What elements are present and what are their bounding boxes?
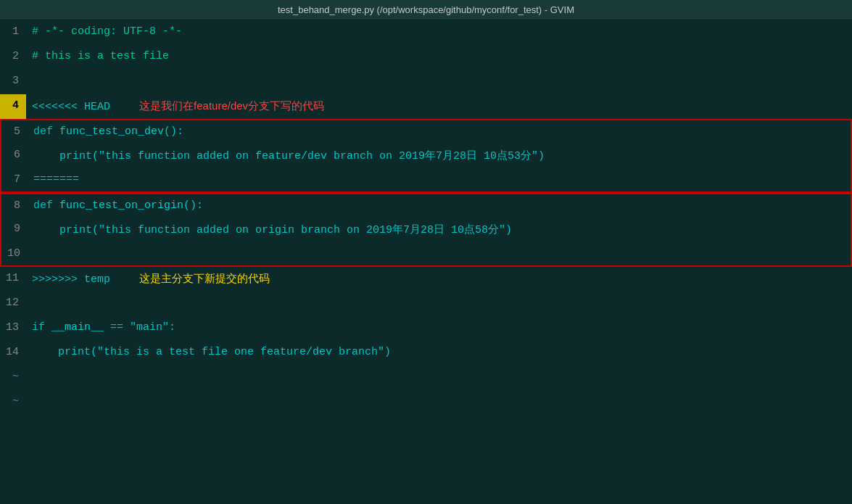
line-number: 8: [1, 194, 28, 218]
line-number: 3: [0, 70, 26, 94]
code-line: 14 print("this is a test file one featur…: [0, 341, 852, 365]
line-number: 12: [0, 292, 26, 316]
code-line: 6 print("this function added on feature/…: [0, 144, 852, 168]
title-text: test_behand_merge.py (/opt/workspace/git…: [278, 4, 574, 15]
code-line: 11>>>>>>> temp这是主分支下新提交的代码: [0, 267, 852, 292]
title-bar: test_behand_merge.py (/opt/workspace/git…: [0, 0, 852, 20]
line-number: 9: [1, 218, 28, 242]
code-line: 3: [0, 70, 852, 94]
code-line: 8def func_test_on_origin():: [0, 193, 852, 218]
line-number: 5: [1, 120, 28, 144]
code-line: 12: [0, 292, 852, 316]
line-number: 10: [1, 242, 28, 265]
line-content: =======: [28, 168, 851, 191]
line-content: <<<<<<< HEAD这是我们在feature/dev分支下写的代码: [26, 94, 852, 119]
code-line: 10: [0, 242, 852, 267]
code-line: 13if __main__ == "main":: [0, 316, 852, 341]
code-line: 4<<<<<<< HEAD这是我们在feature/dev分支下写的代码: [0, 94, 852, 119]
line-content: def func_test_on_origin():: [28, 194, 851, 218]
line-content: # this is a test file: [26, 45, 852, 70]
editor-area: 1# -*- coding: UTF-8 -*-2# this is a tes…: [0, 20, 852, 415]
code-line: 5def func_test_on_dev():: [0, 119, 852, 144]
code-line: 9 print("this function added on origin b…: [0, 218, 852, 242]
line-content: if __main__ == "main":: [26, 316, 852, 341]
line-number: 14: [0, 341, 26, 365]
line-number: 6: [1, 144, 28, 168]
line-content: print("this is a test file one feature/d…: [26, 341, 852, 365]
line-content: >>>>>>> temp这是主分支下新提交的代码: [26, 267, 852, 292]
line-number: 2: [0, 45, 26, 70]
code-line: 2# this is a test file: [0, 45, 852, 70]
line-number: 11: [0, 267, 26, 292]
code-line: 7=======: [0, 168, 852, 193]
line-content: print("this function added on origin bra…: [28, 218, 851, 242]
line-number: 4: [0, 94, 26, 119]
line-number: 13: [0, 316, 26, 341]
line-content: [26, 292, 852, 316]
line-number: 1: [0, 20, 26, 45]
line-content: def func_test_on_dev():: [28, 120, 851, 144]
tilde-line: ~: [0, 390, 852, 415]
code-line: 1# -*- coding: UTF-8 -*-: [0, 20, 852, 45]
annotation: 这是我们在feature/dev分支下写的代码: [139, 99, 324, 113]
line-content: print("this function added on feature/de…: [28, 144, 851, 168]
line-content: [26, 70, 852, 94]
line-content: [28, 242, 851, 265]
tilde-line: ~: [0, 365, 852, 390]
line-number: 7: [1, 168, 28, 191]
annotation: 这是主分支下新提交的代码: [139, 272, 270, 286]
line-content: # -*- coding: UTF-8 -*-: [26, 20, 852, 45]
